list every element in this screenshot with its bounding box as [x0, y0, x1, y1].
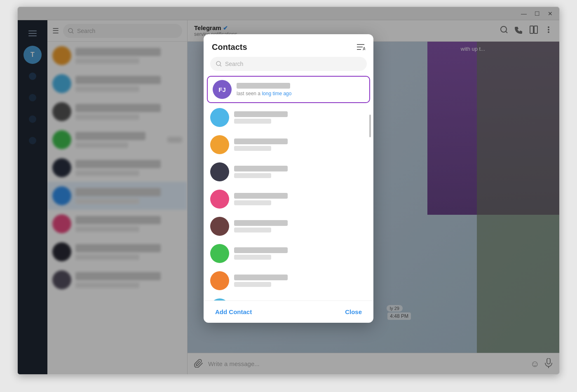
contact-item[interactable]	[204, 240, 373, 267]
contact-info	[234, 193, 367, 205]
svg-point-22	[216, 61, 220, 66]
contact-avatar	[210, 190, 229, 209]
contact-info	[234, 138, 367, 151]
window-frame: — ☐ ✕ T	[17, 7, 560, 375]
contacts-modal: Contacts A Search	[204, 34, 373, 323]
contact-info	[234, 166, 367, 178]
contact-name-blurred	[237, 83, 290, 89]
contact-list: FJ last seen a long time ago	[204, 75, 373, 300]
svg-line-23	[220, 65, 221, 66]
contact-item-selected[interactable]: FJ last seen a long time ago	[207, 76, 370, 103]
sort-icon[interactable]: A	[356, 43, 365, 51]
contact-item[interactable]	[204, 131, 373, 158]
contact-avatar	[210, 217, 229, 236]
scrollbar-thumb	[369, 115, 371, 137]
contact-info-selected: last seen a long time ago	[237, 83, 364, 96]
modal-header: Contacts A	[204, 34, 373, 57]
contact-info	[234, 275, 367, 287]
contact-avatar	[210, 244, 229, 263]
modal-overlay[interactable]: Contacts A Search	[18, 7, 559, 374]
contact-avatar	[210, 271, 229, 290]
contact-item[interactable]	[204, 294, 373, 300]
contact-item[interactable]	[204, 267, 373, 294]
contact-info	[234, 220, 367, 232]
modal-title: Contacts	[212, 42, 247, 52]
close-button[interactable]: Close	[342, 307, 365, 317]
svg-text:A: A	[363, 47, 365, 51]
contact-avatar	[210, 135, 229, 154]
contact-avatar-selected: FJ	[213, 80, 232, 99]
contact-item[interactable]	[204, 213, 373, 240]
modal-search[interactable]: Search	[210, 57, 367, 71]
contact-item[interactable]	[204, 158, 373, 185]
modal-search-icon	[216, 61, 222, 67]
add-contact-button[interactable]: Add Contact	[212, 307, 255, 317]
contact-item[interactable]	[204, 185, 373, 213]
modal-footer: Add Contact Close	[204, 300, 373, 323]
modal-search-placeholder: Search	[225, 61, 243, 67]
contact-avatar	[210, 108, 229, 127]
contact-item[interactable]	[204, 104, 373, 131]
contact-status-selected: last seen a long time ago	[237, 91, 364, 96]
contact-info	[234, 247, 367, 260]
contact-info	[234, 111, 367, 124]
contact-avatar	[210, 162, 229, 181]
